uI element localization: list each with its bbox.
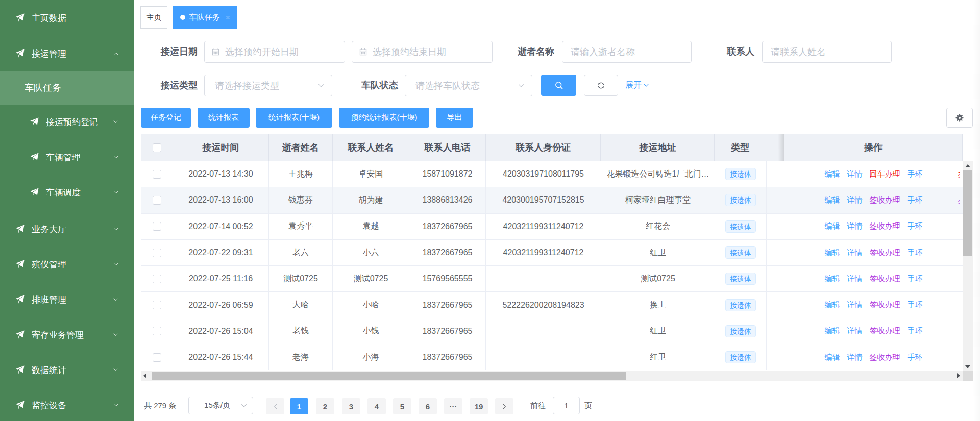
tab-2-active[interactable]: 车队任务 bbox=[173, 6, 237, 29]
action-link-2[interactable]: 详情 bbox=[847, 221, 863, 231]
row-checkbox[interactable] bbox=[153, 222, 161, 231]
page-button-1[interactable]: 1 bbox=[290, 398, 308, 414]
action-link-4[interactable]: 手环 bbox=[908, 300, 923, 310]
sidebar-item-5[interactable]: 车辆管理 bbox=[0, 143, 134, 171]
action-link-1[interactable]: 编辑 bbox=[825, 274, 840, 284]
row-checkbox[interactable] bbox=[153, 275, 161, 283]
cell-contact: 小哈 bbox=[333, 292, 409, 318]
vertical-scrollbar-thumb[interactable] bbox=[963, 170, 972, 256]
action-link-3[interactable]: 签收办理 bbox=[870, 326, 900, 336]
transfer-type-select[interactable]: 请选择接运类型 bbox=[204, 75, 332, 96]
action-link-2[interactable]: 详情 bbox=[847, 248, 863, 258]
page-button-2[interactable]: 2 bbox=[316, 398, 334, 414]
action-link-4[interactable]: 手环 bbox=[908, 221, 923, 231]
refresh-button[interactable] bbox=[584, 75, 618, 96]
cell-address: 红花会 bbox=[601, 214, 715, 240]
action-link-4[interactable]: 手环 bbox=[908, 353, 923, 362]
cell-text: 18372667965 bbox=[423, 248, 473, 257]
contact-name-input[interactable]: 请联系人姓名 bbox=[762, 41, 892, 63]
page-button-5[interactable]: 5 bbox=[393, 398, 411, 414]
scroll-right-button[interactable] bbox=[954, 371, 963, 381]
action-link-2[interactable]: 详情 bbox=[847, 169, 863, 179]
stat-report-button[interactable]: 统计报表 bbox=[198, 108, 250, 128]
action-link-1[interactable]: 编辑 bbox=[825, 326, 840, 336]
action-link-2[interactable]: 详情 bbox=[847, 300, 863, 310]
action-link-3[interactable]: 签收办理 bbox=[870, 195, 900, 205]
stat-report-shiyan-button[interactable]: 统计报表(十堰) bbox=[256, 108, 332, 128]
sidebar-item-7[interactable]: 业务大厅 bbox=[0, 215, 134, 243]
action-link-2[interactable]: 详情 bbox=[847, 274, 863, 284]
select-all-checkbox[interactable] bbox=[153, 143, 161, 152]
row-checkbox[interactable] bbox=[153, 301, 161, 309]
next-page-button[interactable] bbox=[495, 398, 513, 414]
tab-1[interactable]: 主页 bbox=[140, 6, 167, 29]
scroll-up-button[interactable] bbox=[963, 161, 973, 170]
scroll-left-button[interactable] bbox=[141, 371, 150, 381]
page-button-4[interactable]: 4 bbox=[368, 398, 386, 414]
table-row-1: 2022-07-13 14:30王兆梅卓安国158710918724203031… bbox=[141, 161, 963, 187]
horizontal-scrollbar-thumb[interactable] bbox=[152, 372, 626, 380]
cell-idcard bbox=[486, 266, 601, 292]
table-row-7: 2022-07-26 15:04老钱小钱18372667965红卫接遗体编辑详情… bbox=[141, 318, 963, 344]
page-button-3[interactable]: 3 bbox=[342, 398, 360, 414]
close-icon[interactable] bbox=[226, 15, 230, 20]
cell-deceased: 钱惠芬 bbox=[269, 187, 333, 213]
export-button[interactable]: 导出 bbox=[436, 108, 473, 128]
sidebar-item-11[interactable]: 数据统计 bbox=[0, 356, 134, 384]
scroll-down-button[interactable] bbox=[963, 362, 973, 371]
action-link-2[interactable]: 详情 bbox=[847, 353, 863, 362]
sidebar-item-2[interactable]: 接运管理 bbox=[0, 39, 134, 68]
sidebar-item-label: 业务大厅 bbox=[32, 224, 66, 235]
sidebar-item-8[interactable]: 殡仪管理 bbox=[0, 250, 134, 279]
page-button-19[interactable]: 19 bbox=[470, 398, 488, 414]
expand-link[interactable]: 展开 bbox=[625, 75, 650, 96]
sidebar-item-3-active[interactable]: 车队任务 bbox=[0, 71, 134, 105]
action-link-4[interactable]: 手环 bbox=[908, 195, 923, 205]
action-link-1[interactable]: 编辑 bbox=[825, 221, 840, 231]
action-link-3[interactable]: 回车办理 bbox=[870, 169, 900, 179]
action-link-1[interactable]: 编辑 bbox=[825, 300, 840, 310]
deceased-name-input[interactable]: 请输入逝者名称 bbox=[562, 41, 692, 63]
settings-button[interactable] bbox=[946, 108, 973, 128]
sidebar-item-4[interactable]: 接运预约登记 bbox=[0, 108, 134, 136]
search-button[interactable] bbox=[541, 75, 576, 96]
action-link-1[interactable]: 编辑 bbox=[825, 169, 840, 179]
pager-more-button[interactable]: ··· bbox=[444, 398, 462, 414]
goto-page-input[interactable]: 1 bbox=[553, 397, 580, 414]
sidebar-item-1[interactable]: 主页数据 bbox=[0, 4, 134, 32]
prev-page-button[interactable] bbox=[266, 398, 284, 414]
action-link-3[interactable]: 签收办理 bbox=[870, 300, 900, 310]
action-link-3[interactable]: 签收办理 bbox=[870, 274, 900, 284]
action-link-4[interactable]: 手环 bbox=[908, 274, 923, 284]
sidebar-item-9[interactable]: 排班管理 bbox=[0, 285, 134, 314]
row-checkbox[interactable] bbox=[153, 327, 161, 335]
action-link-1[interactable]: 编辑 bbox=[825, 353, 840, 362]
row-checkbox[interactable] bbox=[153, 353, 161, 362]
date-end-input[interactable]: 选择预约结束日期 bbox=[352, 41, 493, 63]
action-link-2[interactable]: 详情 bbox=[847, 326, 863, 336]
booking-stat-report-shiyan-button[interactable]: 预约统计报表(十堰) bbox=[339, 108, 429, 128]
row-checkbox[interactable] bbox=[153, 249, 161, 257]
action-link-4[interactable]: 手环 bbox=[908, 326, 923, 336]
action-link-4[interactable]: 手环 bbox=[908, 169, 923, 179]
table-horizontal-scrollbar[interactable] bbox=[141, 371, 963, 381]
action-link-2[interactable]: 详情 bbox=[847, 195, 863, 205]
fleet-status-select[interactable]: 请选择车队状态 bbox=[405, 75, 532, 96]
date-start-input[interactable]: 选择预约开始日期 bbox=[204, 41, 345, 63]
action-link-3[interactable]: 签收办理 bbox=[870, 248, 900, 258]
task-register-button[interactable]: 任务登记 bbox=[141, 108, 191, 128]
sidebar-item-10[interactable]: 寄存业务管理 bbox=[0, 320, 134, 349]
action-link-3[interactable]: 签收办理 bbox=[870, 221, 900, 231]
cell-text: 2022-07-26 15:04 bbox=[188, 327, 253, 336]
row-checkbox[interactable] bbox=[153, 196, 161, 205]
row-checkbox[interactable] bbox=[153, 170, 161, 179]
page-button-6[interactable]: 6 bbox=[419, 398, 437, 414]
page-size-select[interactable]: 15条/页 bbox=[188, 397, 253, 414]
action-link-4[interactable]: 手环 bbox=[908, 248, 923, 258]
action-link-1[interactable]: 编辑 bbox=[825, 195, 840, 205]
action-link-1[interactable]: 编辑 bbox=[825, 248, 840, 258]
sidebar-item-12[interactable]: 监控设备 bbox=[0, 391, 134, 419]
table-vertical-scrollbar[interactable] bbox=[963, 161, 973, 371]
sidebar-item-6[interactable]: 车辆调度 bbox=[0, 178, 134, 207]
action-link-3[interactable]: 签收办理 bbox=[870, 353, 900, 362]
